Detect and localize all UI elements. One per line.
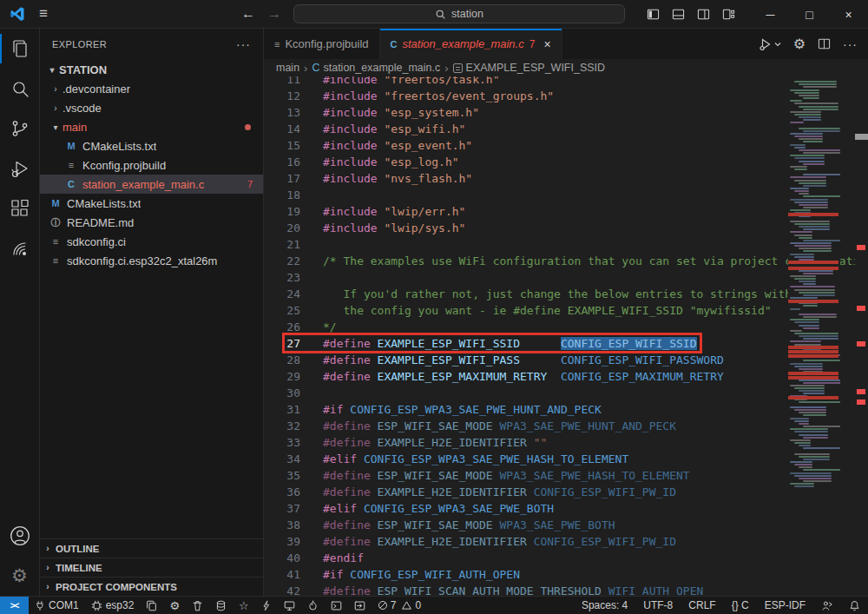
line-text: #define EXAMPLE_ESP_MAXIMUM_RETRY CONFIG…: [311, 368, 724, 385]
sidebar-section-timeline[interactable]: ›TIMELINE: [40, 558, 263, 577]
minimap-line: [803, 338, 838, 340]
line-text: #define ESP_WIFI_SCAN_AUTH_MODE_THRESHOL…: [311, 583, 703, 596]
activitybar-esp-idf[interactable]: [0, 228, 40, 268]
line-number: 34: [264, 451, 311, 467]
status-database-button[interactable]: [209, 597, 233, 614]
activitybar-run-and-debug[interactable]: [0, 149, 40, 188]
window-close-button[interactable]: ×: [829, 0, 868, 29]
status-flame-button[interactable]: [301, 597, 325, 614]
window-minimize-button[interactable]: ─: [751, 0, 790, 29]
breadcrumb-item-1[interactable]: Cstation_example_main.c: [312, 62, 440, 74]
breadcrumb-item-2[interactable]: EXAMPLE_ESP_WIFI_SSID: [453, 62, 605, 74]
menu-hamburger-icon[interactable]: ≡: [39, 5, 48, 23]
breadcrumb-item-0[interactable]: main: [276, 62, 299, 74]
tab-kconfig-projbuild[interactable]: ≡Kconfig.projbuild: [264, 29, 380, 59]
toggle-panel-icon[interactable]: [672, 8, 685, 21]
status-bell-button[interactable]: [841, 597, 868, 614]
nav-back-icon[interactable]: ←: [241, 6, 255, 22]
status-gear-button[interactable]: ⚙: [163, 597, 186, 614]
activitybar-explorer[interactable]: [0, 29, 40, 69]
line-number: 16: [264, 154, 311, 170]
tree-file-station-example-main-c[interactable]: Cstation_example_main.c7: [40, 175, 263, 194]
toggle-secondary-sidebar-icon[interactable]: [697, 8, 710, 21]
token: #define: [323, 419, 371, 432]
minimap[interactable]: [788, 76, 840, 596]
code-line-37: 37#elif CONFIG_ESP_WPA3_SAE_PWE_BOTH: [264, 500, 868, 517]
tab-station-example-main-c[interactable]: Cstation_example_main.c7×: [380, 29, 562, 59]
activitybar-accounts[interactable]: [0, 516, 40, 556]
tree-file-cmakelists-txt[interactable]: MCMakeLists.txt: [40, 194, 263, 213]
explorer-root-folder[interactable]: ▾ STATION: [40, 60, 263, 79]
line-number: 41: [264, 566, 311, 583]
minimap-line: [790, 319, 819, 320]
token: CONFIG_ESP_WIFI_SSID: [561, 337, 697, 350]
line-number: 21: [264, 236, 311, 253]
sidebar-section-outline[interactable]: ›OUTLINE: [40, 538, 263, 558]
minimap-line: [803, 119, 821, 121]
tree-file-sdkconfig-ci-esp32c2-xtal26m[interactable]: ≡sdkconfig.ci.esp32c2_xtal26m: [40, 251, 263, 270]
minimap-line: [794, 464, 812, 465]
explorer-more-actions-icon[interactable]: ···: [236, 37, 251, 51]
status-plug-button[interactable]: COM1: [29, 597, 85, 614]
status-star-button[interactable]: ☆: [233, 597, 255, 614]
remote-indicator[interactable]: ><: [0, 597, 29, 614]
breadcrumb: main›Cstation_example_main.c›EXAMPLE_ESP…: [264, 59, 868, 76]
command-center-search[interactable]: station: [293, 4, 625, 23]
tree-file-kconfig-projbuild[interactable]: ≡Kconfig.projbuild: [40, 155, 263, 175]
token: "esp_log.h": [378, 155, 459, 168]
tab-close-icon[interactable]: ×: [543, 37, 550, 51]
toggle-primary-sidebar-icon[interactable]: [647, 8, 660, 21]
trash-icon: [192, 600, 203, 611]
overview-ruler[interactable]: [855, 76, 868, 596]
activitybar-source-control[interactable]: [0, 109, 40, 149]
status-esp-idf[interactable]: ESP-IDF: [757, 597, 813, 614]
status-chip-button[interactable]: esp32: [85, 597, 141, 614]
code-editor[interactable]: 11#include "freertos/task.h"12#include "…: [264, 76, 868, 596]
status-bolt-button[interactable]: [255, 597, 278, 614]
minimap-line: [794, 135, 823, 137]
token: WPA3_SAE_PWE_HUNT_AND_PECK: [493, 419, 676, 432]
status-spaces-4[interactable]: Spaces: 4: [574, 597, 635, 614]
file-type-icon: ≡: [64, 160, 78, 170]
status-feedback-button[interactable]: [813, 597, 841, 614]
status-utf-8[interactable]: UTF-8: [635, 597, 681, 614]
split-editor-icon[interactable]: [818, 37, 831, 50]
status-crlf[interactable]: CRLF: [681, 597, 723, 614]
editor-more-actions-icon[interactable]: ···: [843, 37, 858, 51]
code-line-20: 20#include "lwip/sys.h": [264, 220, 868, 236]
minimap-line: [803, 316, 837, 318]
status-export-button[interactable]: [348, 597, 372, 614]
sidebar-section-project-components[interactable]: ›PROJECT COMPONENTS: [40, 577, 263, 596]
scrollbar-thumb[interactable]: [855, 134, 868, 140]
tree-file-cmakelists-txt[interactable]: MCMakeLists.txt: [40, 136, 263, 155]
minimap-line: [799, 456, 830, 458]
activitybar-settings[interactable]: ⚙: [0, 556, 40, 596]
status-files-button[interactable]: [140, 597, 163, 614]
token: If you'd rather not, just change the bel…: [323, 287, 792, 300]
activitybar-search[interactable]: [0, 69, 40, 109]
tab-problems-badge: 7: [529, 38, 536, 50]
tree-file-readme-md[interactable]: ⓘREADME.md: [40, 213, 263, 232]
code-line-16: 16#include "esp_log.h": [264, 154, 868, 170]
minimap-line: [803, 273, 833, 274]
problems-badge: 7: [247, 179, 253, 189]
tree-file-sdkconfig-ci[interactable]: ≡sdkconfig.ci: [40, 232, 263, 251]
nav-forward-icon[interactable]: →: [267, 6, 281, 22]
customize-layout-icon[interactable]: [722, 8, 735, 21]
file-label: .vscode: [62, 102, 102, 115]
tree-folder--vscode[interactable]: ›.vscode: [40, 98, 263, 117]
problems-indicator[interactable]: 7 0: [372, 599, 427, 611]
token: ESP_WIFI_SAE_MODE: [371, 469, 493, 482]
editor-settings-gear-icon[interactable]: ⚙: [793, 36, 806, 52]
line-number: 19: [264, 203, 311, 220]
token: #define: [323, 485, 371, 498]
tree-folder-main[interactable]: ▾main: [40, 117, 263, 136]
tree-folder--devcontainer[interactable]: ›.devcontainer: [40, 79, 263, 98]
status-terminal-button[interactable]: [325, 597, 348, 614]
window-maximize-button[interactable]: □: [790, 0, 829, 29]
status--c[interactable]: {} C: [724, 597, 757, 614]
activitybar-extensions[interactable]: [0, 188, 40, 228]
status-trash-button[interactable]: [186, 597, 209, 614]
run-debug-button[interactable]: [759, 37, 781, 51]
status-monitor-button[interactable]: [278, 597, 301, 614]
